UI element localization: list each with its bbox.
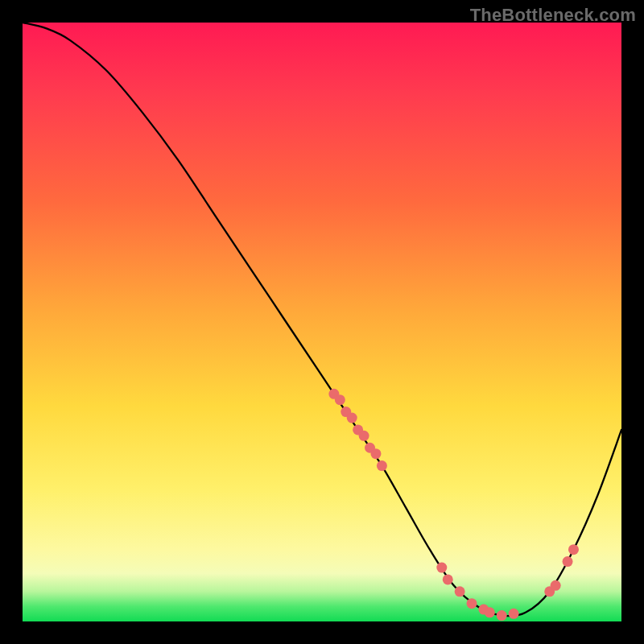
scatter-dot	[455, 586, 465, 597]
scatter-dot	[370, 448, 381, 459]
scatter-dot	[335, 394, 345, 405]
chart-container: TheBottleneck.com	[0, 0, 644, 644]
plot-area	[23, 23, 621, 621]
curve-svg	[23, 23, 621, 621]
scatter-dot	[563, 556, 573, 567]
watermark-text: TheBottleneck.com	[470, 5, 636, 26]
scatter-dot	[568, 544, 579, 555]
scatter-dot	[443, 574, 453, 584]
scatter-dot	[359, 431, 369, 441]
scatter-dot	[436, 563, 447, 573]
scatter-dot	[377, 460, 387, 471]
scatter-dot	[497, 610, 507, 621]
scatter-dot	[551, 580, 561, 591]
bottleneck-curve	[23, 23, 621, 616]
scatter-dot	[509, 609, 519, 619]
scatter-dot	[485, 607, 495, 617]
scatter-dot	[347, 413, 357, 423]
scatter-dot	[467, 598, 477, 609]
